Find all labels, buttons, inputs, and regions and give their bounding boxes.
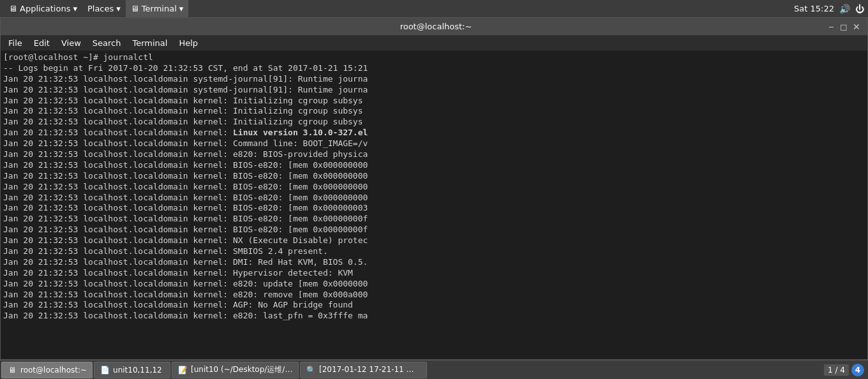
terminal-line: Jan 20 21:32:53 localhost.localdomain ke…: [3, 117, 363, 126]
titlebar-buttons: − ◻ ✕: [827, 22, 861, 31]
terminal-line: Jan 20 21:32:53 localhost.localdomain sy…: [3, 74, 368, 84]
terminal-line: Jan 20 21:32:53 localhost.localdomain sy…: [3, 85, 368, 94]
topbar-right: Sat 15:22 🔊 ⏻: [794, 4, 864, 14]
terminal-line: Jan 20 21:32:53 localhost.localdomain ke…: [3, 257, 368, 267]
applications-menu[interactable]: 🖥 Applications ▾: [4, 0, 82, 17]
applications-icon: 🖥: [9, 4, 17, 13]
terminal-line: Jan 20 21:32:53 localhost.localdomain ke…: [3, 235, 368, 245]
terminal-line: Jan 20 21:32:53 localhost.localdomain ke…: [3, 193, 368, 202]
terminal-line: Jan 20 21:32:53 localhost.localdomain ke…: [3, 138, 368, 148]
power-icon[interactable]: ⏻: [855, 4, 864, 14]
topbar: 🖥 Applications ▾ Places ▾ 🖥 Terminal ▾ S…: [0, 0, 868, 17]
applications-label: Applications: [20, 4, 70, 13]
taskbar-item-3[interactable]: 🔍[2017-01-12 17-21-11 的屏幕...: [300, 362, 427, 378]
terminal-line: Jan 20 21:32:53 localhost.localdomain ke…: [3, 203, 368, 212]
terminal-arrow: ▾: [179, 4, 184, 13]
taskbar-item-0[interactable]: 🖥root@localhost:~: [1, 362, 93, 378]
topbar-left: 🖥 Applications ▾ Places ▾ 🖥 Terminal ▾: [4, 0, 188, 17]
taskbar-item-label-0: root@localhost:~: [20, 366, 87, 375]
menu-item-file[interactable]: File: [3, 37, 27, 49]
applications-arrow: ▾: [73, 4, 77, 13]
terminal-line: Jan 20 21:32:53 localhost.localdomain ke…: [3, 268, 353, 278]
terminal-titlebar: root@localhost:~ − ◻ ✕: [1, 18, 867, 36]
prompt-line: [root@localhost ~]# journalctl: [3, 52, 153, 62]
minimize-button[interactable]: −: [827, 22, 835, 31]
page-indicator: 1 / 4: [824, 364, 849, 376]
terminal-label: Terminal: [142, 4, 177, 13]
taskbar-item-2[interactable]: 📝[unit10 (~/Desktop/运维/Book1/r...: [172, 362, 299, 378]
volume-icon[interactable]: 🔊: [839, 4, 850, 14]
taskbar-right: 1 / 44: [824, 364, 867, 376]
terminal-line: Jan 20 21:32:53 localhost.localdomain ke…: [3, 160, 368, 170]
taskbar-item-label-2: [unit10 (~/Desktop/运维/Book1/r...: [191, 364, 293, 375]
terminal-line: Jan 20 21:32:53 localhost.localdomain ke…: [3, 149, 368, 159]
page-badge: 4: [851, 364, 864, 376]
terminal-line: Jan 20 21:32:53 localhost.localdomain ke…: [3, 182, 368, 191]
terminal-line: Jan 20 21:32:53 localhost.localdomain ke…: [3, 214, 368, 223]
menubar: FileEditViewSearchTerminalHelp: [1, 36, 867, 51]
datetime-label: Sat 15:22: [794, 4, 834, 13]
places-arrow: ▾: [116, 4, 121, 13]
taskbar-item-icon-2: 📝: [177, 365, 188, 375]
terminal-line: Jan 20 21:32:53 localhost.localdomain ke…: [3, 225, 368, 234]
taskbar-item-icon-3: 🔍: [306, 365, 316, 375]
places-label: Places: [87, 4, 114, 13]
terminal-line: Jan 20 21:32:53 localhost.localdomain ke…: [3, 106, 363, 115]
terminal-line: Jan 20 21:32:53 localhost.localdomain ke…: [3, 171, 368, 181]
taskbar-item-label-1: unit10,11,12: [113, 366, 162, 375]
terminal-line: Jan 20 21:32:53 localhost.localdomain ke…: [3, 290, 368, 299]
menu-item-help[interactable]: Help: [174, 37, 203, 49]
terminal-menu[interactable]: 🖥 Terminal ▾: [126, 0, 188, 17]
terminal-title: root@localhost:~: [45, 22, 827, 31]
taskbar-item-1[interactable]: 📄unit10,11,12: [94, 362, 170, 378]
terminal-line: Jan 20 21:32:53 localhost.localdomain ke…: [3, 96, 363, 105]
terminal-line: Jan 20 21:32:53 localhost.localdomain ke…: [3, 128, 368, 137]
maximize-button[interactable]: ◻: [839, 22, 848, 31]
menu-item-search[interactable]: Search: [87, 37, 126, 49]
menu-item-edit[interactable]: Edit: [29, 37, 55, 49]
terminal-line: -- Logs begin at Fri 2017-01-20 21:32:53…: [3, 63, 368, 73]
menu-item-view[interactable]: View: [56, 37, 86, 49]
terminal-line: Jan 20 21:32:53 localhost.localdomain ke…: [3, 311, 368, 320]
close-button[interactable]: ✕: [852, 22, 861, 31]
taskbar-item-icon-1: 📄: [100, 365, 110, 375]
taskbar-item-icon-0: 🖥: [7, 365, 17, 375]
menu-item-terminal[interactable]: Terminal: [127, 37, 172, 49]
taskbar-item-label-3: [2017-01-12 17-21-11 的屏幕...: [319, 364, 421, 375]
terminal-line: Jan 20 21:32:53 localhost.localdomain ke…: [3, 279, 368, 288]
terminal-line: Jan 20 21:32:53 localhost.localdomain ke…: [3, 300, 353, 309]
terminal-line: Jan 20 21:32:53 localhost.localdomain ke…: [3, 246, 328, 256]
terminal-icon: 🖥: [131, 4, 139, 13]
places-menu[interactable]: Places ▾: [82, 0, 126, 17]
terminal-content[interactable]: [root@localhost ~]# journalctl -- Logs b…: [1, 51, 867, 359]
terminal-window: root@localhost:~ − ◻ ✕ FileEditViewSearc…: [0, 17, 868, 360]
taskbar: 🖥root@localhost:~📄unit10,11,12📝[unit10 (…: [0, 360, 868, 379]
